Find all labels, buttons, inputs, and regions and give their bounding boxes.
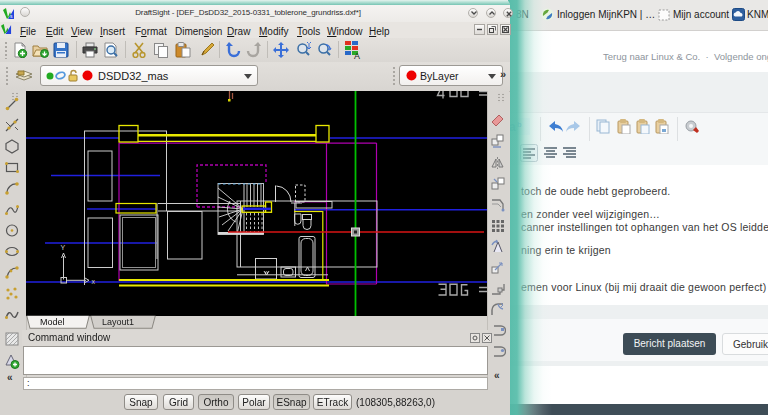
svg-text:Y: Y xyxy=(61,244,66,251)
svg-text:A: A xyxy=(354,51,360,59)
svg-text:x: x xyxy=(92,278,96,285)
